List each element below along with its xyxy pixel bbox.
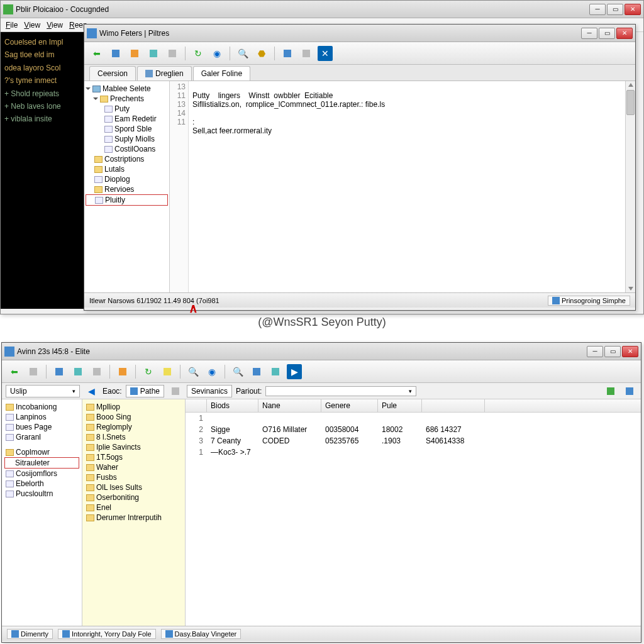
folder-icon	[86, 434, 94, 441]
nav-item[interactable]: Incobaniong	[4, 402, 79, 412]
search-icon[interactable]: 🔍	[186, 364, 201, 379]
folder-item[interactable]: Derumer Intrerputih	[85, 513, 182, 523]
tree-node[interactable]: Prechents	[86, 94, 168, 104]
nav-item[interactable]: bues Page	[4, 422, 79, 432]
folder-item[interactable]: Mplliop	[85, 402, 182, 412]
folder-item[interactable]: Reglomply	[85, 422, 182, 432]
panel-icon[interactable]	[622, 384, 637, 399]
scrollbar-thumb[interactable]	[626, 90, 635, 115]
nav-item[interactable]: Graranl	[4, 432, 79, 442]
table-row[interactable]: 2 Sigge O716 Millater 00358004 18002 686…	[186, 424, 641, 435]
col-header[interactable]: Genere	[321, 399, 378, 412]
pariout-dropdown[interactable]: ▾	[265, 386, 416, 396]
folder-item[interactable]: Fusbs	[85, 472, 182, 482]
folder-item[interactable]: Booo Sing	[85, 412, 182, 422]
tree-node[interactable]: Costriptions	[86, 154, 168, 164]
nav-item-selected[interactable]: Sitrauleter	[4, 457, 79, 469]
col-header[interactable]: Pule	[378, 399, 422, 412]
nav-item[interactable]: Lanpinos	[4, 412, 79, 422]
col-header[interactable]	[422, 399, 485, 412]
folder-item[interactable]: Oserboniting	[85, 492, 182, 502]
sevinanics-field[interactable]: Sevinanics	[187, 385, 232, 397]
stop-icon[interactable]: ◉	[204, 364, 219, 379]
tab-ceersion[interactable]: Ceersion	[89, 66, 136, 80]
new-icon[interactable]	[52, 364, 67, 379]
col-num[interactable]	[186, 399, 207, 412]
table-row[interactable]: 3 7 Ceanty CODED 05235765 .1903 S4061433…	[186, 435, 641, 447]
save-icon[interactable]	[146, 46, 161, 61]
tab-dreglien[interactable]: Dreglien	[137, 66, 192, 80]
folder-icon[interactable]	[160, 364, 175, 379]
refresh-icon[interactable]: ↻	[191, 46, 206, 61]
menu-view[interactable]: View	[24, 21, 40, 30]
search-icon[interactable]: 🔍	[235, 46, 250, 61]
col-header[interactable]: Biods	[207, 399, 258, 412]
layout-icon[interactable]	[70, 364, 86, 379]
paste-icon[interactable]	[115, 364, 130, 379]
net-icon[interactable]	[249, 364, 264, 379]
grid-icon[interactable]	[299, 46, 314, 61]
close-button[interactable]: ✕	[625, 4, 641, 15]
open-icon[interactable]	[127, 46, 142, 61]
tree-node[interactable]: Eam Redetir	[86, 114, 168, 124]
nav-item[interactable]: Pucsloultrn	[4, 489, 79, 499]
back-small-icon[interactable]: ◀	[84, 384, 99, 399]
tree-node[interactable]: CostilOoans	[86, 144, 168, 154]
copy-icon[interactable]	[89, 364, 104, 379]
refresh-icon[interactable]: ↻	[141, 364, 156, 379]
folder-item[interactable]: Enel	[85, 502, 182, 513]
folder-item[interactable]: 1T.5ogs	[85, 452, 182, 462]
back-icon[interactable]: ⬅	[7, 364, 22, 379]
app-icon	[3, 4, 13, 14]
fwd-icon[interactable]	[26, 364, 41, 379]
maximize-button[interactable]: ▭	[599, 28, 615, 39]
nav-item[interactable]: Cosijomflors	[4, 469, 79, 479]
tab-galer-foline[interactable]: Galer Foline	[193, 66, 250, 80]
nav-item[interactable]: Ebelorth	[4, 479, 79, 489]
copy-icon[interactable]	[165, 46, 180, 61]
expand-icon[interactable]	[93, 97, 98, 100]
tag-icon[interactable]: ⬣	[254, 46, 269, 61]
expand-icon[interactable]	[86, 87, 91, 90]
tree-node-root[interactable]: Mablee Selete	[86, 84, 168, 94]
folder-item[interactable]: OlL lses Sults	[85, 482, 182, 492]
vertical-scrollbar[interactable]	[625, 81, 635, 292]
minimize-button[interactable]: ─	[587, 346, 603, 357]
tree-node-selected[interactable]: Pluitly	[86, 194, 168, 206]
minimize-button[interactable]: ─	[589, 4, 606, 15]
maximize-button[interactable]: ▭	[607, 4, 623, 15]
menu-view2[interactable]: View	[47, 21, 63, 30]
table-row[interactable]: 1	[186, 413, 641, 424]
zoom-icon[interactable]: 🔍	[230, 364, 245, 379]
back-icon[interactable]: ⬅	[89, 46, 104, 61]
folder-icon	[86, 484, 94, 491]
view-icon[interactable]	[603, 384, 618, 399]
tree-node[interactable]: Dioplog	[86, 174, 168, 184]
close-button[interactable]: ✕	[616, 28, 633, 39]
col-header[interactable]: Nane	[258, 399, 321, 412]
code-editor[interactable]: 13 11 13 14 11 Putty lingers Winstt owbb…	[170, 81, 635, 292]
close-x-icon[interactable]: ✕	[318, 46, 333, 61]
menu-file[interactable]: FFileile	[6, 21, 18, 30]
close-button[interactable]: ✕	[622, 346, 638, 357]
code-content[interactable]: Putty lingers Winstt owbbler Ecitiable S…	[189, 81, 625, 292]
nav-item[interactable]: Coplmowr	[4, 447, 79, 457]
folder-item[interactable]: Waher	[85, 462, 182, 472]
folder-item[interactable]: Iplie Savincts	[85, 442, 182, 452]
new-icon[interactable]	[108, 46, 123, 61]
pathe-button[interactable]: Pathe	[126, 385, 164, 397]
uslip-dropdown[interactable]: Uslip▾	[6, 385, 80, 397]
table-row[interactable]: 1 —Koc3- >.7	[186, 447, 641, 458]
tree-node[interactable]: Lutals	[86, 164, 168, 174]
tree-node[interactable]: Puty	[86, 104, 168, 114]
layout-icon[interactable]	[280, 46, 295, 61]
tree-node[interactable]: Suply Miolls	[86, 134, 168, 144]
pic-icon[interactable]	[268, 364, 283, 379]
folder-item[interactable]: 8 l.Snets	[85, 432, 182, 442]
minimize-button[interactable]: ─	[581, 28, 597, 39]
go-icon[interactable]: ▶	[287, 364, 302, 379]
stop-icon[interactable]: ◉	[209, 46, 225, 61]
maximize-button[interactable]: ▭	[604, 346, 621, 357]
tree-node[interactable]: Spord Sble	[86, 124, 168, 134]
tree-node[interactable]: Rervioes	[86, 184, 168, 194]
